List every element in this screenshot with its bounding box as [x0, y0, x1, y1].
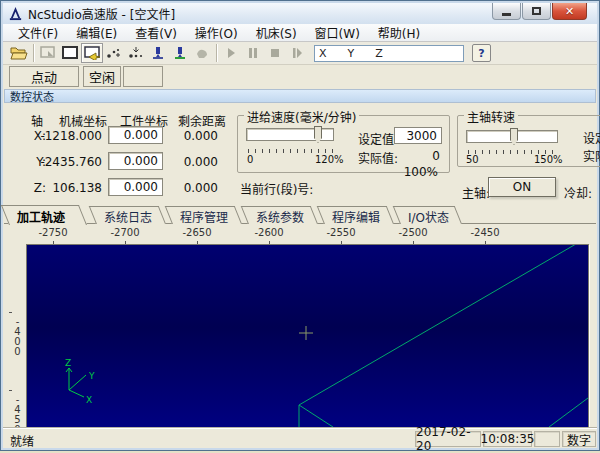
tab-system-params[interactable]: 系统参数: [248, 206, 318, 224]
axis-z-machine-coord: 106.138: [40, 181, 102, 195]
menu-edit[interactable]: 编辑(E): [67, 23, 126, 42]
stop-icon: [269, 47, 281, 59]
status-ready-text: 就绪: [10, 432, 34, 449]
ruler-label: -400: [12, 316, 23, 356]
tool-spindle-icon: [150, 46, 166, 60]
col-remain-header: 剩余距离: [178, 112, 226, 129]
stop-button: [264, 43, 286, 63]
menu-file[interactable]: 文件(F): [9, 23, 67, 42]
feed-set-value-input[interactable]: 3000: [394, 127, 442, 144]
horizontal-ruler: -2750 -2700 -2650 -2600 -2550 -2500 -245…: [26, 225, 591, 244]
pause-icon: [247, 47, 259, 59]
nc-status-caption: 数控状态: [4, 89, 596, 103]
jog-mode-indicator[interactable]: 点动: [9, 66, 79, 87]
step-icon: [291, 47, 303, 59]
col-axis-header: 轴: [31, 112, 43, 129]
minimize-button[interactable]: [492, 3, 521, 20]
open-folder-icon: [10, 46, 28, 60]
ruler-tick: [9, 390, 12, 391]
trace-view-button[interactable]: [81, 43, 103, 63]
play-icon: [225, 47, 237, 59]
close-button[interactable]: ✕: [552, 3, 587, 20]
feed-min-label: 0: [247, 154, 253, 165]
app-icon: [8, 6, 23, 21]
axis-y-work-coord[interactable]: 0.000: [108, 152, 163, 170]
tab-program-edit[interactable]: 程序编辑: [324, 206, 394, 224]
toolpath-canvas[interactable]: Z Y X: [26, 244, 589, 428]
feed-set-label: 设定值:: [358, 130, 398, 147]
feed-actual-value: 0: [392, 149, 440, 163]
axis-x-work-coord[interactable]: 0.000: [108, 126, 163, 144]
handwheel-icon: [194, 46, 210, 60]
tab-machining-track[interactable]: 加工轨迹: [9, 205, 87, 225]
spindle-speed-title: 主轴转速: [464, 108, 518, 125]
status-time: 10:08:35: [483, 431, 532, 447]
spindle-speed-group: 主轴转速 50 150% 设定 实际: [457, 115, 600, 167]
tab-strip: 加工轨迹 系统日志 程序管理 系统参数 程序编辑 I/O状态: [4, 205, 596, 224]
ruler-label: -2700: [110, 227, 139, 238]
tab-io-status[interactable]: I/O状态: [400, 206, 462, 224]
step-button: [286, 43, 308, 63]
menu-operate[interactable]: 操作(O): [186, 23, 247, 42]
axis-x-glyph: X: [86, 395, 92, 405]
spindle-actual-label: 实际: [583, 147, 600, 164]
axis-z-work-coord[interactable]: 0.000: [108, 178, 163, 196]
trace-points-icon: [106, 46, 122, 60]
axis-x-machine-coord: -1218.000: [40, 129, 102, 143]
window-title: NcStudio高速版 - [空文件]: [28, 5, 175, 22]
vertical-ruler: -400 -450: [8, 244, 26, 428]
handwheel-button: [191, 43, 213, 63]
col-machine-header: 机械坐标: [59, 112, 107, 129]
feed-max-label: 120%: [315, 154, 344, 165]
axis-z-remaining: 0.000: [170, 181, 218, 195]
tab-system-log[interactable]: 系统日志: [96, 206, 166, 224]
menu-view[interactable]: 查看(V): [126, 23, 186, 42]
machine-state-indicator: 空闲: [83, 66, 121, 87]
menu-bar: 文件(F) 编辑(E) 查看(V) 操作(O) 机床(S) 窗口(W) 帮助(H…: [3, 24, 597, 42]
toolpath-wireframe: [299, 245, 588, 427]
ruler-label: -2450: [470, 227, 499, 238]
axis-y-remaining: 0.000: [170, 155, 218, 169]
axis-y-glyph: Y: [88, 371, 95, 381]
menu-help[interactable]: 帮助(H): [369, 23, 429, 42]
toolbar-separator: [33, 44, 34, 62]
axis-z-glyph: Z: [65, 358, 71, 368]
tool-zero-icon: [172, 46, 188, 60]
start-button: [220, 43, 242, 63]
feed-rate-title: 进给速度(毫米/分钟): [244, 108, 359, 125]
trace-points-button[interactable]: [103, 43, 125, 63]
monitor-select-icon: [40, 46, 56, 60]
spindle-on-button[interactable]: ON: [488, 177, 556, 197]
close-icon: ✕: [565, 6, 574, 17]
spindle-label: 主轴:: [462, 184, 490, 201]
maximize-icon: [532, 7, 541, 15]
tool-down-button[interactable]: [147, 43, 169, 63]
tab-program-manager[interactable]: 程序管理: [172, 206, 242, 224]
trace-follow-button[interactable]: [125, 43, 147, 63]
menu-window[interactable]: 窗口(W): [306, 23, 369, 42]
status-empty-pane: [534, 431, 560, 447]
tool-zero-button[interactable]: [169, 43, 191, 63]
maximize-button[interactable]: [522, 3, 551, 20]
monitor-icon: [62, 46, 78, 60]
open-file-button[interactable]: [8, 43, 30, 63]
menu-machine[interactable]: 机床(S): [247, 23, 306, 42]
current-line-label: 当前行(段)号:: [240, 180, 313, 197]
app-window: NcStudio高速版 - [空文件] ✕ 文件(F) 编辑(E) 查看(V) …: [0, 0, 600, 451]
help-button[interactable]: ?: [472, 44, 491, 62]
orientation-axes-icon: [66, 368, 86, 397]
ruler-label: -2600: [254, 227, 283, 238]
minimize-icon: [502, 13, 511, 16]
ruler-label: -2500: [398, 227, 427, 238]
display-button[interactable]: [59, 43, 81, 63]
select-view-button: [37, 43, 59, 63]
spindle-max-label: 150%: [534, 154, 563, 165]
ruler-tick: [9, 312, 12, 313]
position-cross-marker: [299, 326, 313, 340]
trace-follow-icon: [128, 46, 144, 60]
axis-selector-input[interactable]: X Y Z: [314, 45, 464, 62]
spindle-min-label: 50: [466, 154, 479, 165]
title-bar[interactable]: NcStudio高速版 - [空文件] ✕: [3, 3, 597, 24]
ruler-label: -2550: [326, 227, 355, 238]
pause-button: [242, 43, 264, 63]
